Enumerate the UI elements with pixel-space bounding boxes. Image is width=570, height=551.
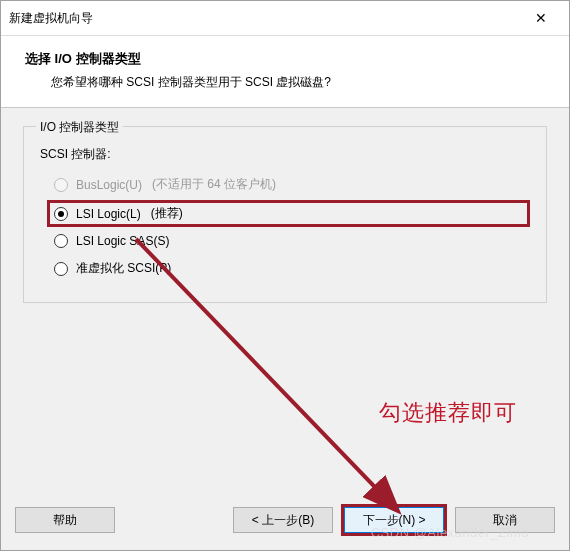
close-button[interactable]: ✕: [521, 7, 561, 29]
radio-label: 准虚拟化 SCSI(P): [76, 260, 171, 277]
radio-paravirtual-scsi[interactable]: 准虚拟化 SCSI(P): [50, 255, 530, 282]
radio-icon: [54, 262, 68, 276]
scsi-heading: SCSI 控制器:: [40, 146, 530, 163]
controller-group: I/O 控制器类型 SCSI 控制器: BusLogic(U) (不适用于 64…: [23, 126, 547, 303]
radio-icon: [54, 178, 68, 192]
radio-hint: (推荐): [151, 205, 183, 222]
group-legend: I/O 控制器类型: [36, 119, 123, 136]
body: I/O 控制器类型 SCSI 控制器: BusLogic(U) (不适用于 64…: [1, 108, 569, 494]
radio-label: LSI Logic(L): [76, 207, 141, 221]
page-title: 选择 I/O 控制器类型: [25, 50, 545, 68]
radio-lsi-logic-sas[interactable]: LSI Logic SAS(S): [50, 229, 530, 253]
footer: 帮助 < 上一步(B) 下一步(N) > 取消: [1, 494, 569, 550]
annotation-highlight-next: 下一步(N) >: [341, 504, 447, 536]
titlebar: 新建虚拟机向导 ✕: [1, 1, 569, 36]
radio-label: BusLogic(U): [76, 178, 142, 192]
back-button[interactable]: < 上一步(B): [233, 507, 333, 533]
wizard-window: 新建虚拟机向导 ✕ 选择 I/O 控制器类型 您希望将哪种 SCSI 控制器类型…: [0, 0, 570, 551]
radio-icon: [54, 207, 68, 221]
radio-buslogic: BusLogic(U) (不适用于 64 位客户机): [50, 171, 530, 198]
radio-label: LSI Logic SAS(S): [76, 234, 169, 248]
header: 选择 I/O 控制器类型 您希望将哪种 SCSI 控制器类型用于 SCSI 虚拟…: [1, 36, 569, 108]
help-button[interactable]: 帮助: [15, 507, 115, 533]
radio-icon: [54, 234, 68, 248]
close-icon: ✕: [535, 10, 547, 26]
window-title: 新建虚拟机向导: [9, 10, 93, 27]
radio-lsi-logic[interactable]: LSI Logic(L) (推荐): [47, 200, 530, 227]
cancel-button[interactable]: 取消: [455, 507, 555, 533]
annotation-text: 勾选推荐即可: [379, 398, 517, 428]
next-button[interactable]: 下一步(N) >: [344, 507, 444, 533]
page-subtitle: 您希望将哪种 SCSI 控制器类型用于 SCSI 虚拟磁盘?: [51, 74, 545, 91]
radio-hint: (不适用于 64 位客户机): [152, 176, 276, 193]
